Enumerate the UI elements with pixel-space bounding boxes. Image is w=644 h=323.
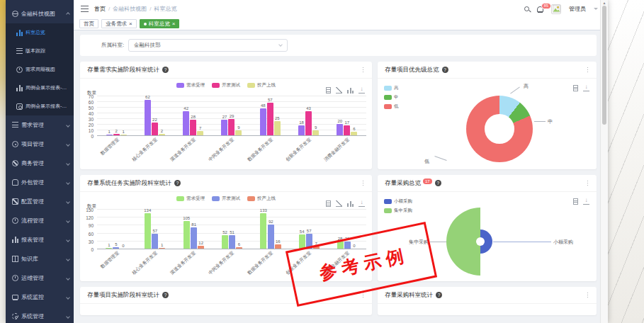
bar-value-label: 133 (260, 208, 267, 213)
sidebar-item-system-mgmt[interactable]: 系统管理 (6, 307, 74, 323)
close-icon[interactable]: × (129, 21, 132, 27)
bar (229, 235, 235, 249)
help-icon[interactable] (435, 180, 441, 186)
gear-icon (12, 313, 18, 319)
legend-item[interactable]: 小额采购 (384, 198, 412, 205)
scrollbar-up-arrow[interactable]: ▲ (601, 0, 608, 6)
sidebar-item-fintech-view[interactable]: 金融科技视图 (6, 4, 74, 23)
legend-item[interactable]: 集中采购 (384, 208, 412, 214)
legend-item[interactable]: 投产上线 (247, 82, 276, 89)
sidebar-item-business-mgmt[interactable]: 商务管理 (6, 154, 74, 173)
help-icon[interactable] (436, 292, 442, 298)
bar (183, 221, 190, 249)
scrollbar[interactable]: ▲ (600, 0, 608, 323)
legend-item[interactable]: 需求受理 (176, 82, 205, 89)
notification-bell[interactable]: 85 (537, 6, 543, 12)
tab-dept-overview[interactable]: 科室总览× (140, 19, 180, 28)
legend-item[interactable]: 开发测试 (212, 196, 240, 202)
data-view-icon[interactable] (573, 198, 578, 205)
bar-switch-icon[interactable] (347, 200, 354, 207)
breadcrumb-item[interactable]: 金融科技视图 (113, 5, 147, 13)
legend-item[interactable]: 高 (384, 85, 399, 91)
bar (145, 100, 151, 135)
data-view-icon[interactable] (326, 200, 331, 207)
more-icon[interactable] (361, 179, 366, 188)
legend-item[interactable]: 开发测试 (212, 82, 240, 89)
user-menu-caret-icon[interactable] (594, 8, 598, 12)
sidebar-item-weekly-report-project[interactable]: 周例会展示报表-项目 (6, 79, 74, 97)
legend-item[interactable]: 低 (384, 103, 399, 110)
legend-item[interactable]: 中 (384, 94, 399, 101)
breadcrumb-item[interactable]: 科室总览 (154, 5, 176, 13)
bar-group: 1058112 (183, 216, 204, 249)
restore-icon[interactable] (336, 200, 342, 207)
sidebar-item-process-mgmt[interactable]: 流程管理 (6, 211, 74, 230)
sidebar-item-knowledge-base[interactable]: 知识库 (6, 249, 74, 268)
download-icon[interactable] (583, 198, 589, 205)
card-header: 存量需求实施阶段科室统计 (80, 62, 372, 79)
sidebar-item-version-tracking[interactable]: 版本跟踪 (6, 42, 74, 60)
sidebar-item-config-mgmt[interactable]: 配置管理 (6, 192, 74, 211)
x-axis-label: 渠道业务开发室 (174, 136, 213, 157)
restore-icon[interactable] (336, 87, 342, 94)
download-icon[interactable] (583, 84, 589, 91)
bar-column: 18 (298, 120, 305, 135)
more-icon[interactable] (361, 66, 366, 74)
slice-label: 小额采购 (553, 239, 573, 246)
bar (106, 248, 112, 249)
help-icon[interactable] (162, 292, 169, 298)
search-icon[interactable] (524, 6, 529, 11)
close-icon[interactable]: × (172, 21, 176, 27)
download-icon[interactable] (358, 200, 365, 207)
bar-value-label: 57 (307, 229, 312, 234)
count-badge: 17 (423, 178, 432, 184)
bar (267, 103, 273, 135)
tab-business-demand[interactable]: 业务需求× (101, 19, 137, 28)
legend-item[interactable]: 需求受理 (176, 196, 205, 202)
card-title: 存量需求实施阶段科室统计 (87, 66, 159, 74)
bar-column: 6 (351, 127, 357, 135)
sidebar-item-label: 商务管理 (21, 159, 44, 167)
avatar[interactable] (551, 4, 561, 14)
legend-item[interactable]: 投产上线 (247, 196, 276, 202)
bar (228, 119, 235, 135)
y-tick-label: 30 (89, 239, 94, 244)
bar-value-label: 16 (276, 239, 281, 244)
data-view-icon[interactable] (573, 85, 578, 91)
department-select[interactable]: 金融科技部 (128, 39, 288, 52)
scrollbar-thumb[interactable] (602, 6, 606, 125)
help-icon[interactable] (442, 67, 448, 73)
tab-label: 首页 (84, 21, 94, 28)
bar-switch-icon[interactable] (347, 87, 354, 94)
more-icon[interactable] (586, 291, 590, 300)
help-icon[interactable] (162, 67, 169, 73)
bar-value-label: 54 (300, 230, 305, 234)
sidebar-item-weekly-report-procurement[interactable]: 周例会展示报表-采购 (6, 97, 74, 115)
sidebar-item-project-mgmt[interactable]: 项目管理 (6, 135, 74, 154)
sidebar-item-demand-cycle-view[interactable]: 需求周期视图 (6, 60, 74, 79)
sidebar-item-system-monitor[interactable]: 系统监控 (6, 288, 74, 307)
sidebar-item-demand-mgmt[interactable]: 需求管理 (6, 115, 74, 135)
bar-column: 9 (235, 125, 242, 135)
sidebar-item-dept-overview[interactable]: 科室总览 (6, 23, 74, 42)
download-icon[interactable] (358, 86, 365, 94)
sidebar-item-outsourcing-mgmt[interactable]: 外包管理 (6, 173, 74, 192)
menu-toggle-icon[interactable] (81, 6, 89, 12)
tab-home[interactable]: 首页 (79, 19, 98, 28)
data-view-icon[interactable] (326, 87, 331, 94)
user-name[interactable]: 管理员 (569, 5, 586, 13)
bar (190, 120, 196, 135)
bar-value-label: 57 (152, 229, 157, 234)
chart-legend: 高中低 (384, 85, 399, 110)
bar-column: 12 (198, 241, 204, 249)
more-icon[interactable] (586, 179, 590, 188)
sidebar-item-report-mgmt[interactable]: 报表管理 (6, 230, 74, 249)
bar-column: 62 (145, 95, 151, 135)
bar-value-label: 92 (269, 220, 273, 225)
sidebar-item-ops-mgmt[interactable]: 运维管理 (6, 268, 74, 288)
bar-column: 1 (106, 130, 113, 135)
help-icon[interactable] (174, 180, 181, 186)
more-icon[interactable] (586, 66, 590, 74)
legend-swatch (384, 208, 392, 213)
bar-value-label: 28 (191, 115, 196, 120)
